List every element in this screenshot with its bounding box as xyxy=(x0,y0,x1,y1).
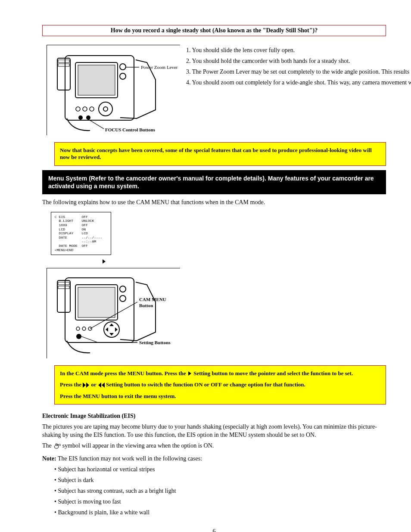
cam-menu-row: CAM MENU Button Setting Buttons xyxy=(42,265,386,362)
page-number: 6 xyxy=(42,528,386,532)
eis-bullet-1: • Subject has horizontal or vertical str… xyxy=(54,466,386,474)
arrow-right-icon xyxy=(103,259,106,264)
eis-bullet-4: • Subject is moving too fast xyxy=(54,498,386,506)
svg-rect-24 xyxy=(78,287,115,317)
callout-black-menu: Menu System (Refer to the camcorder owne… xyxy=(42,170,386,194)
callout-black-text: Menu System (Refer to the camcorder owne… xyxy=(48,175,374,190)
callout-yellow-2-line2: Press the or Setting button to switch th… xyxy=(60,381,380,388)
focus-step-1: 1. You should slide the lens cover fully… xyxy=(186,47,411,55)
camera-illustration-1: Power Zoom Lever FOCUS Control Buttons xyxy=(47,45,181,136)
arrow-right-icon xyxy=(188,371,191,376)
eis-p1: The pictures you are taping may become b… xyxy=(42,423,386,439)
callout-yellow-2: In the CAM mode press the MENU button. P… xyxy=(54,365,386,404)
eis-p2b: symbol will appear in the viewing area w… xyxy=(62,442,214,449)
hand-icon xyxy=(53,443,61,449)
callout-yellow-2-line1: In the CAM mode press the MENU button. P… xyxy=(60,370,380,377)
cam-menu-intro: The following explains how to use the CA… xyxy=(42,199,386,207)
fig2-label-setting: Setting Buttons xyxy=(139,340,171,345)
lcd-wrap: ⊂ EIS OFF B.LIGHT UNLOCK 16X9 OFF LCD ON… xyxy=(47,209,386,265)
cy2-l2b: or xyxy=(91,381,97,388)
fast-forward-icon xyxy=(83,383,90,388)
rewind-icon xyxy=(98,383,105,388)
cy2-l1a: In the CAM mode press the MENU button. P… xyxy=(60,370,187,376)
cy2-l1b: Setting button to move the pointer and s… xyxy=(193,370,353,376)
eis-title: Electronic Image Stabilization (EIS) xyxy=(42,412,386,420)
fig2-label-cam-menu-2: Button xyxy=(139,303,153,308)
eis-note-line: Note: The EIS function may not work well… xyxy=(42,455,386,463)
focus-steps: 1. You should slide the lens cover fully… xyxy=(186,42,411,90)
figure-lcd-menu: ⊂ EIS OFF B.LIGHT UNLOCK 16X9 OFF LCD ON… xyxy=(51,212,111,255)
cy2-l2c: Setting button to switch the function ON… xyxy=(106,381,305,388)
eis-p2a: The xyxy=(42,442,53,449)
callout-yellow-1: Now that basic concepts have been covere… xyxy=(54,142,386,166)
lcd-arrow-row xyxy=(103,258,386,265)
fig1-label-focus: FOCUS Control Buttons xyxy=(105,127,156,132)
svg-point-15 xyxy=(86,115,90,120)
figure-camera-1: Power Zoom Lever FOCUS Control Buttons xyxy=(47,45,180,135)
focus-step-3: 3. The Power Zoom Lever may be set out c… xyxy=(186,68,411,76)
cy2-l2a: Press the xyxy=(60,381,83,388)
focus-step-4: 4. You should zoom out completely for a … xyxy=(186,79,411,87)
eis-bullet-2: • Subject is dark xyxy=(54,476,386,485)
figure-camera-2: CAM MENU Button Setting Buttons xyxy=(47,268,180,358)
eis-note-label: Note: xyxy=(42,455,56,462)
eis-note-text: The EIS function may not work well in th… xyxy=(56,455,202,462)
callout-yellow-1-text: Now that basic concepts have been covere… xyxy=(60,147,372,160)
lcd-menu-text: ⊂ EIS OFF B.LIGHT UNLOCK 16X9 OFF LCD ON… xyxy=(51,212,111,255)
section-title-text: How do you record a single steady shot (… xyxy=(111,27,318,34)
fig2-label-cam-menu-1: CAM MENU xyxy=(139,297,166,302)
focus-step-2: 2. You should hold the camcorder with bo… xyxy=(186,57,411,65)
section-title-box: How do you record a single steady shot (… xyxy=(42,25,386,36)
page: How do you record a single steady shot (… xyxy=(0,0,411,532)
svg-point-14 xyxy=(78,115,83,120)
callout-yellow-2-line3: Press the MENU button to exit the menu s… xyxy=(60,393,380,400)
focus-row: Power Zoom Lever FOCUS Control Buttons 1… xyxy=(42,42,386,139)
svg-rect-6 xyxy=(78,65,115,95)
eis-p2: The symbol will appear in the viewing ar… xyxy=(42,442,386,450)
eis-bullet-5: • Background is plain, like a white wall xyxy=(54,509,386,517)
fig1-label-zoom: Power Zoom Lever xyxy=(141,65,178,70)
camera-illustration-2: CAM MENU Button Setting Buttons xyxy=(47,268,181,359)
svg-point-31 xyxy=(76,334,81,339)
eis-bullet-3: • Subject has strong contrast, such as a… xyxy=(54,487,386,495)
